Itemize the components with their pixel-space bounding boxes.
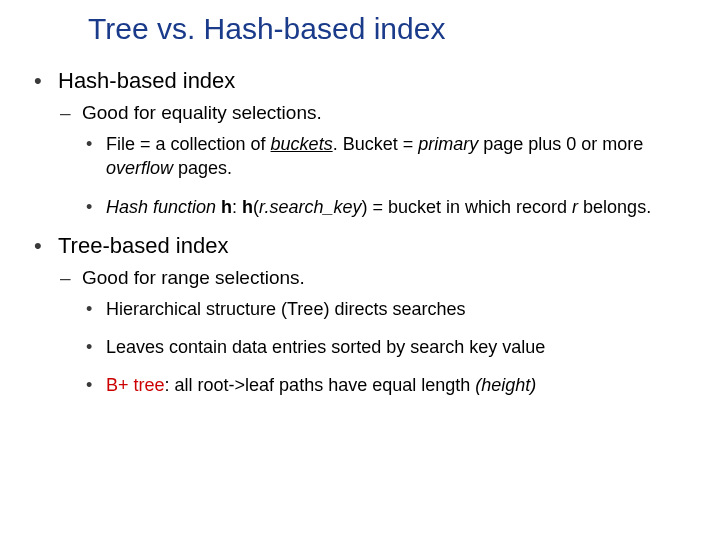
page-title: Tree vs. Hash-based index: [88, 12, 690, 46]
point-bplus: B+ tree: all root->leaf paths have equal…: [82, 373, 690, 397]
sub-label: Good for equality selections.: [82, 102, 322, 123]
top-list: Hash-based index Good for equality selec…: [30, 68, 690, 398]
sub-item: Good for range selections. Hierarchical …: [58, 267, 690, 398]
sub-list: Good for range selections. Hierarchical …: [58, 267, 690, 398]
term-height: (height): [475, 375, 536, 395]
text: = bucket in which record: [367, 197, 572, 217]
text: :: [232, 197, 242, 217]
point-hierarchical: Hierarchical structure (Tree) directs se…: [82, 297, 690, 321]
section-tree: Tree-based index Good for range selectio…: [30, 233, 690, 398]
term-bplus: B+ tree: [106, 375, 165, 395]
point-hash-function: Hash function h: h(r.search_key) = bucke…: [82, 195, 690, 219]
section-heading: Tree-based index: [58, 233, 228, 258]
point-list: File = a collection of buckets. Bucket =…: [82, 132, 690, 219]
text: Leaves contain data entries sorted by se…: [106, 337, 545, 357]
point-list: Hierarchical structure (Tree) directs se…: [82, 297, 690, 398]
term-overflow: overflow: [106, 158, 173, 178]
text: : all root->leaf paths have equal length: [165, 375, 476, 395]
slide: Tree vs. Hash-based index Hash-based ind…: [0, 0, 720, 432]
text: page plus 0 or more: [478, 134, 643, 154]
text: File = a collection of: [106, 134, 271, 154]
sub-item: Good for equality selections. File = a c…: [58, 102, 690, 219]
var-h: h: [216, 197, 232, 217]
text: . Bucket =: [333, 134, 419, 154]
term-primary: primary: [418, 134, 478, 154]
term-buckets: buckets: [271, 134, 333, 154]
var-h: h: [242, 197, 253, 217]
term-hash-function: Hash function: [106, 197, 216, 217]
point-leaves: Leaves contain data entries sorted by se…: [82, 335, 690, 359]
section-hash: Hash-based index Good for equality selec…: [30, 68, 690, 219]
section-heading: Hash-based index: [58, 68, 235, 93]
point-file-buckets: File = a collection of buckets. Bucket =…: [82, 132, 690, 181]
sub-list: Good for equality selections. File = a c…: [58, 102, 690, 219]
sub-label: Good for range selections.: [82, 267, 305, 288]
text: belongs.: [578, 197, 651, 217]
text: pages.: [173, 158, 232, 178]
text: Hierarchical structure (Tree) directs se…: [106, 299, 465, 319]
var-r-search-key: r.search_key: [259, 197, 361, 217]
